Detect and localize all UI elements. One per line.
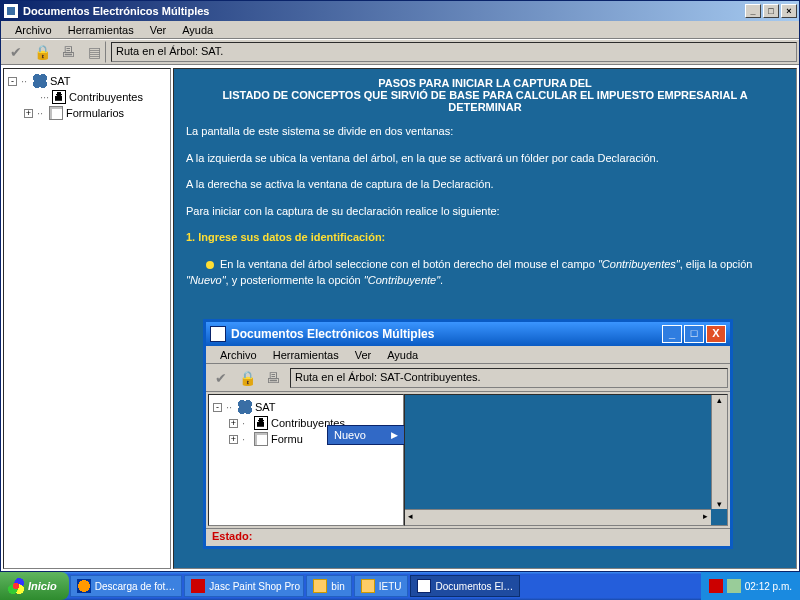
example-tree[interactable]: -··SAT +·Contribuyentes +·Formu Nuevo▶ C… [208,394,404,526]
app-icon [210,326,226,342]
folder-icon [313,579,327,593]
close-button[interactable]: × [781,4,797,18]
person-icon [52,90,66,104]
tree-root[interactable]: SAT [255,401,276,413]
system-tray[interactable]: 02:12 p.m. [701,572,800,600]
expand-icon[interactable]: + [24,109,33,118]
sat-icon [238,400,252,414]
form-icon [254,432,268,446]
bullet-icon [206,261,214,269]
context-menu-nuevo[interactable]: Nuevo▶ [327,425,405,445]
menu-archivo[interactable]: Archivo [212,347,265,363]
intro-p3: A la derecha se activa la ventana de cap… [186,176,784,193]
paintshop-icon [191,579,205,593]
app-icon [417,579,431,593]
taskbar: Inicio Descarga de fot… Jasc Paint Shop … [0,572,800,600]
titlebar[interactable]: Documentos Electrónicos Múltiples _ □ × [1,1,799,21]
menu-ver[interactable]: Ver [142,22,175,38]
example-statusbar: Estado: [206,528,730,546]
menu-herramientas[interactable]: Herramientas [60,22,142,38]
folder-icon [361,579,375,593]
intro-p4: Para iniciar con la captura de su declar… [186,203,784,220]
task-bin[interactable]: bin [306,575,351,597]
heading-line2: LISTADO DE CONCEPTOS QUE SIRVIÓ DE BASE … [186,89,784,113]
intro-p1: La pantalla de este sistema se divide en… [186,123,784,140]
tool-lock-icon[interactable]: 🔒 [30,41,54,63]
tool-check-icon[interactable]: ✔ [209,367,233,389]
person-icon [254,416,268,430]
menu-archivo[interactable]: Archivo [7,22,60,38]
expand-icon[interactable]: + [229,435,238,444]
tool-lock-icon[interactable]: 🔒 [235,367,259,389]
step-1-bullet: En la ventana del árbol seleccione con e… [186,256,784,289]
example-maximize-button[interactable]: □ [684,325,704,343]
tree-panel[interactable]: -··SAT ···Contribuyentes +··Formularios [3,68,171,569]
sat-icon [33,74,47,88]
example-titlebar[interactable]: Documentos Electrónicos Múltiples _ □ X [206,322,730,346]
intro-p2: A la izquierda se ubica la ventana del á… [186,150,784,167]
toolbar: ✔ 🔒 🖶 ▤ Ruta en el Árbol: SAT. [1,39,799,65]
menu-ayuda[interactable]: Ayuda [379,347,426,363]
minimize-button[interactable]: _ [745,4,761,18]
menu-ayuda[interactable]: Ayuda [174,22,221,38]
expand-icon[interactable]: + [229,419,238,428]
tool-print-icon[interactable]: 🖶 [261,367,285,389]
path-display: Ruta en el Árbol: SAT. [111,42,797,62]
example-content [404,394,728,526]
start-button[interactable]: Inicio [0,572,69,600]
task-documentos[interactable]: Documentos El… [410,575,520,597]
example-path: Ruta en el Árbol: SAT-Contribuyentes. [290,368,728,388]
step-1: 1. Ingrese sus datos de identificación: [186,229,784,246]
example-toolbar: ✔ 🔒 🖶 Ruta en el Árbol: SAT-Contribuyent… [206,364,730,392]
tool-check-icon[interactable]: ✔ [4,41,28,63]
tool-print-icon[interactable]: 🖶 [56,41,80,63]
form-icon [49,106,63,120]
tool-doc-icon[interactable]: ▤ [82,41,106,63]
firefox-icon [77,579,91,593]
tray-shield-icon[interactable] [727,579,741,593]
menu-ver[interactable]: Ver [347,347,380,363]
maximize-button[interactable]: □ [763,4,779,18]
scrollbar-horizontal[interactable] [405,509,711,525]
window-title: Documentos Electrónicos Múltiples [23,5,209,17]
menubar: Archivo Herramientas Ver Ayuda [1,21,799,39]
tree-formularios[interactable]: Formularios [66,107,124,119]
task-ietu[interactable]: IETU [354,575,409,597]
app-icon [3,3,19,19]
tree-contribuyentes[interactable]: Contribuyentes [69,91,143,103]
tree-formularios[interactable]: Formu [271,433,303,445]
menu-herramientas[interactable]: Herramientas [265,347,347,363]
clock[interactable]: 02:12 p.m. [745,581,792,592]
example-window: Documentos Electrónicos Múltiples _ □ X … [203,319,733,549]
example-minimize-button[interactable]: _ [662,325,682,343]
task-firefox[interactable]: Descarga de fot… [70,575,183,597]
task-paintshop[interactable]: Jasc Paint Shop Pro [184,575,304,597]
heading-line1: PASOS PARA INICIAR LA CAPTURA DEL [186,77,784,89]
example-menubar: Archivo Herramientas Ver Ayuda [206,346,730,364]
tree-root[interactable]: SAT [50,75,71,87]
example-close-button[interactable]: X [706,325,726,343]
tray-kaspersky-icon[interactable] [709,579,723,593]
scrollbar-vertical[interactable] [711,395,727,509]
expand-icon[interactable]: - [213,403,222,412]
expand-icon[interactable]: - [8,77,17,86]
example-title: Documentos Electrónicos Múltiples [231,327,434,341]
chevron-right-icon: ▶ [391,430,398,440]
